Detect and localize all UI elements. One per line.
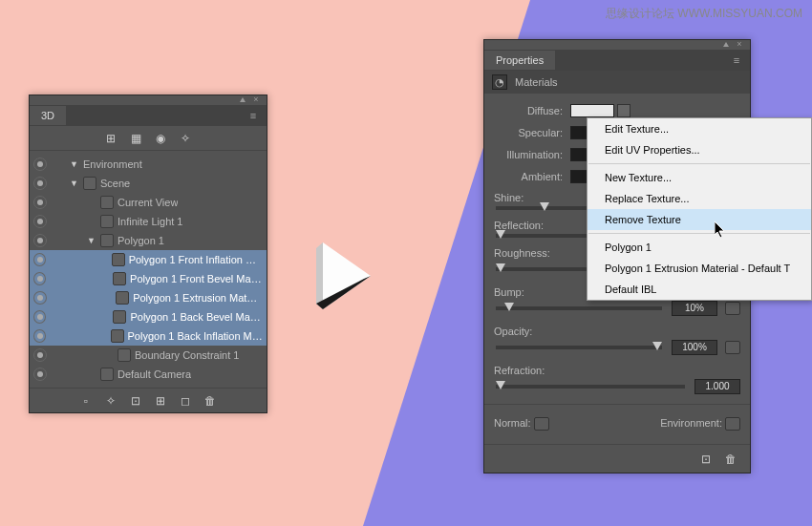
tree-row[interactable]: Boundary Constraint 1 (30, 346, 267, 365)
environment-label: Environment: (660, 417, 722, 429)
tree-row[interactable]: Polygon 1 Extrusion Material (30, 288, 267, 307)
refraction-slider[interactable] (496, 385, 685, 389)
visibility-icon[interactable] (33, 253, 46, 266)
refraction-value[interactable]: 1.000 (694, 379, 740, 394)
filter-material-icon[interactable]: ◉ (153, 131, 168, 146)
tree-item-label: Polygon 1 Back Bevel Material (130, 311, 263, 323)
expand-icon[interactable]: ▼ (87, 236, 96, 245)
tree-item-label: Scene (100, 178, 130, 189)
trash-icon[interactable]: 🗑 (723, 452, 738, 467)
materials-label: Materials (515, 76, 558, 88)
collapse-icon[interactable] (723, 42, 729, 47)
close-icon[interactable]: × (733, 40, 746, 50)
diffuse-swatch[interactable] (570, 104, 614, 117)
visibility-icon[interactable] (33, 310, 46, 324)
tree-row[interactable]: ▼Environment (30, 155, 267, 174)
tree-item-label: Default Camera (118, 368, 191, 380)
light-icon[interactable]: ✧ (103, 393, 118, 409)
3d-viewport-shape (311, 233, 407, 328)
opacity-slider[interactable] (496, 346, 662, 349)
item-icon (113, 310, 126, 324)
bump-slider[interactable] (496, 306, 662, 310)
close-icon[interactable]: × (249, 95, 263, 105)
bump-value[interactable]: 10% (672, 301, 717, 316)
menu-edit-texture[interactable]: Edit Texture... (588, 118, 811, 139)
tree-row[interactable]: Current View (30, 193, 267, 212)
item-icon (100, 368, 114, 381)
tree-row[interactable]: ▼Scene (30, 174, 267, 193)
diffuse-texture-icon[interactable] (617, 104, 630, 117)
filter-light-icon[interactable]: ✧ (178, 131, 193, 146)
scene-tree: ▼Environment▼SceneCurrent ViewInfinite L… (30, 151, 267, 388)
specular-label: Specular: (494, 127, 563, 138)
tab-properties[interactable]: Properties (484, 51, 555, 70)
filter-scene-icon[interactable]: ⊞ (103, 131, 118, 146)
tree-item-label: Boundary Constraint 1 (135, 349, 239, 361)
expand-icon[interactable]: ▼ (70, 159, 79, 169)
item-icon (112, 253, 125, 266)
visibility-icon[interactable] (33, 329, 46, 343)
add-icon[interactable]: ⊞ (153, 393, 168, 409)
texture-context-menu: Edit Texture... Edit UV Properties... Ne… (587, 117, 812, 301)
bump-folder-icon[interactable] (725, 302, 740, 315)
tree-item-label: Polygon 1 Back Inflation Material (128, 330, 263, 342)
menu-replace-texture[interactable]: Replace Texture... (588, 188, 811, 209)
visibility-icon[interactable] (33, 348, 47, 362)
tree-item-label: Polygon 1 Front Inflation Mate... (129, 254, 263, 265)
environment-folder-icon[interactable] (725, 417, 740, 431)
tree-row[interactable]: Infinite Light 1 (30, 212, 267, 231)
tree-row[interactable]: Default Camera (30, 365, 267, 384)
materials-icon[interactable]: ◔ (492, 74, 507, 90)
menu-new-texture[interactable]: New Texture... (588, 167, 811, 188)
refraction-label: Refraction: (494, 365, 740, 376)
new-icon[interactable]: ⊡ (128, 393, 143, 409)
diffuse-label: Diffuse: (494, 105, 563, 116)
item-icon (83, 177, 96, 190)
new-layer-icon[interactable]: ◻ (178, 393, 193, 409)
svg-marker-4 (715, 221, 724, 238)
visibility-icon[interactable] (33, 215, 47, 228)
opacity-label: Opacity: (494, 326, 740, 337)
tree-item-label: Polygon 1 (118, 235, 164, 246)
item-icon (100, 196, 114, 209)
opacity-folder-icon[interactable] (725, 341, 740, 354)
expand-icon[interactable]: ▼ (70, 179, 79, 188)
panel-menu-icon[interactable]: ≡ (246, 110, 261, 121)
menu-polygon1[interactable]: Polygon 1 (588, 237, 811, 258)
item-icon (113, 272, 126, 285)
visibility-icon[interactable] (33, 177, 47, 190)
tree-row[interactable]: Polygon 1 Front Inflation Mate... (30, 250, 267, 269)
tree-item-label: Polygon 1 Front Bevel Material (130, 273, 263, 284)
tree-row[interactable]: Polygon 1 Back Inflation Material (30, 326, 267, 346)
tree-item-label: Polygon 1 Extrusion Material (133, 292, 263, 304)
menu-polygon1-extrusion[interactable]: Polygon 1 Extrusion Material - Default T (588, 258, 811, 279)
tree-row[interactable]: Polygon 1 Back Bevel Material (30, 307, 267, 326)
menu-default-ibl[interactable]: Default IBL (588, 279, 811, 300)
illumination-label: Illumination: (494, 149, 563, 160)
cursor-icon (715, 221, 728, 239)
tab-3d[interactable]: 3D (30, 106, 66, 125)
trash-icon[interactable]: 🗑 (203, 393, 218, 409)
tree-item-label: Environment (83, 158, 142, 170)
panel-menu-icon[interactable]: ≡ (729, 54, 744, 66)
collapse-icon[interactable] (240, 97, 246, 102)
menu-remove-texture[interactable]: Remove Texture (588, 209, 811, 230)
render-icon[interactable]: ▫ (78, 393, 94, 409)
opacity-value[interactable]: 100% (672, 340, 717, 355)
visibility-icon[interactable] (33, 196, 47, 209)
visibility-icon[interactable] (33, 234, 47, 247)
3d-panel: × 3D ≡ ⊞ ▦ ◉ ✧ ▼Environment▼SceneCurrent… (29, 95, 267, 413)
tree-row[interactable]: Polygon 1 Front Bevel Material (30, 269, 267, 288)
visibility-icon[interactable] (33, 158, 47, 171)
menu-edit-uv[interactable]: Edit UV Properties... (588, 139, 811, 160)
new-doc-icon[interactable]: ⊡ (698, 452, 714, 467)
visibility-icon[interactable] (33, 368, 47, 381)
item-icon (100, 215, 114, 228)
item-icon (100, 234, 114, 247)
filter-mesh-icon[interactable]: ▦ (128, 131, 143, 146)
visibility-icon[interactable] (33, 272, 46, 285)
3d-filter-toolbar: ⊞ ▦ ◉ ✧ (30, 126, 267, 151)
tree-row[interactable]: ▼Polygon 1 (30, 231, 267, 250)
normal-folder-icon[interactable] (534, 417, 549, 431)
visibility-icon[interactable] (33, 291, 47, 305)
